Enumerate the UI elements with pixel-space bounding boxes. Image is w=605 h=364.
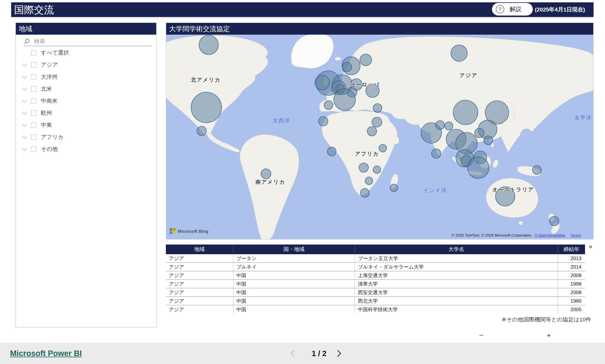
cell-region: アジア: [166, 263, 233, 271]
world-map[interactable]: 北アメリカ南アメリカヨーロッパアフリカアジアオーストラリア大西洋インド洋太平洋 …: [166, 35, 593, 239]
map-bubble[interactable]: [379, 144, 387, 152]
map-bubble[interactable]: [197, 126, 206, 136]
sidebar-item-北米[interactable]: 北米: [16, 83, 156, 95]
region-label: アフリカ: [41, 133, 64, 141]
continent-label-アジア: アジア: [459, 72, 477, 79]
column-header[interactable]: 国・地域: [233, 245, 355, 254]
ocean-label-インド洋: インド洋: [423, 187, 447, 194]
world-map-canvas: [166, 35, 593, 239]
map-bubble[interactable]: [365, 177, 373, 185]
table-row[interactable]: アジア中国中国科学技術大学2005: [166, 305, 585, 313]
map-bubble[interactable]: [453, 100, 478, 125]
chevron-down-icon[interactable]: [22, 98, 27, 102]
sidebar-item-欧州[interactable]: 欧州: [16, 107, 156, 119]
cell-university: ブータン王立大学: [355, 254, 558, 263]
sidebar-item-すべて選択[interactable]: すべて選択: [16, 47, 156, 59]
powerbi-brand-link[interactable]: Microsoft Power BI: [10, 343, 82, 364]
chevron-down-icon[interactable]: [22, 134, 27, 139]
map-bubble[interactable]: [532, 166, 541, 174]
continent-label-アフリカ: アフリカ: [355, 150, 379, 157]
help-button[interactable]: ? 解説: [492, 3, 533, 16]
search-box[interactable]: 検索: [23, 37, 153, 46]
region-label: 欧州: [41, 109, 52, 117]
embed-footer-content: Microsoft Power BI 1 / 2: [0, 343, 605, 364]
checkbox[interactable]: [31, 134, 36, 140]
map-bubble[interactable]: [367, 127, 377, 136]
checkbox[interactable]: [31, 62, 36, 68]
table-row[interactable]: アジアブルネイブルネイ・ダルサラーム大学2014: [166, 263, 585, 271]
checkbox[interactable]: [31, 146, 36, 152]
sidebar-item-大洋州[interactable]: 大洋州: [16, 71, 156, 83]
table-row[interactable]: アジア中国西北大学1980: [166, 297, 585, 305]
table-scrollbar-thumb[interactable]: [589, 245, 592, 248]
map-bubble[interactable]: [445, 122, 453, 130]
region-label: すべて選択: [41, 49, 69, 57]
cell-region: アジア: [166, 271, 233, 280]
map-bubble[interactable]: [372, 117, 382, 127]
map-bubble[interactable]: [327, 147, 336, 156]
chevron-down-icon[interactable]: [22, 110, 27, 114]
map-bubble[interactable]: [373, 166, 381, 173]
cell-region: アジア: [166, 297, 233, 305]
table-row[interactable]: アジア中国上海交通大学2008: [166, 271, 585, 280]
chevron-down-icon[interactable]: [22, 146, 27, 151]
zoom-out-button[interactable]: −: [479, 328, 483, 343]
table-row[interactable]: アジア中国清華大学1998: [166, 280, 585, 288]
checkbox[interactable]: [31, 86, 36, 92]
tasmania: [519, 221, 523, 225]
map-bubble[interactable]: [334, 89, 355, 110]
next-page-button[interactable]: [336, 349, 342, 358]
sidebar-item-アフリカ[interactable]: アフリカ: [16, 131, 156, 143]
map-bubble[interactable]: [324, 101, 333, 109]
sidebar-item-中南米[interactable]: 中南米: [16, 95, 156, 107]
map-bubble[interactable]: [315, 75, 330, 90]
map-bubble[interactable]: [475, 128, 484, 138]
cell-university: 西安交通大学: [355, 288, 558, 297]
map-bubble[interactable]: [191, 92, 222, 123]
map-bubble[interactable]: [432, 149, 441, 158]
column-header[interactable]: 地域: [166, 245, 233, 254]
chevron-down-icon[interactable]: [22, 86, 27, 90]
cell-year: 2014: [558, 263, 585, 271]
table-row[interactable]: アジアブータンブータン王立大学2013: [166, 254, 585, 263]
map-bubble[interactable]: [360, 54, 372, 66]
checkbox[interactable]: [31, 50, 36, 55]
map-bubble[interactable]: [261, 169, 271, 179]
map-bubble[interactable]: [484, 136, 493, 145]
checkbox[interactable]: [31, 98, 36, 104]
microsoft-logo-icon: [170, 228, 176, 234]
cell-university: 上海交通大学: [355, 271, 558, 280]
map-bubble[interactable]: [373, 104, 382, 112]
map-bubble[interactable]: [199, 35, 218, 55]
page-title: 国際交流: [14, 4, 54, 15]
region-label: 大洋州: [41, 73, 58, 81]
zoom-in-button[interactable]: +: [547, 328, 551, 343]
cell-country: 中国: [233, 280, 355, 288]
terms-link[interactable]: Terms: [571, 233, 581, 237]
table-row[interactable]: アジア中国西安交通大学2008: [166, 288, 585, 297]
filter-panel-title: 地域: [16, 23, 156, 35]
map-bubble[interactable]: [550, 216, 559, 226]
map-bubble[interactable]: [342, 62, 352, 72]
column-header[interactable]: 締結年: [558, 245, 585, 254]
column-header[interactable]: 大学名: [355, 245, 558, 254]
checkbox[interactable]: [31, 74, 36, 80]
chevron-down-icon[interactable]: [22, 122, 27, 127]
openstreetmap-link[interactable]: © OpenStreetMap: [535, 233, 565, 237]
map-bubble[interactable]: [390, 184, 398, 192]
checkbox[interactable]: [31, 122, 36, 128]
map-bubble[interactable]: [359, 163, 368, 172]
map-bubble[interactable]: [318, 117, 328, 126]
sidebar-item-その他[interactable]: その他: [16, 143, 156, 155]
checkbox[interactable]: [31, 110, 36, 116]
cell-university: 清華大学: [355, 280, 558, 288]
sidebar-item-アジア[interactable]: アジア: [16, 59, 156, 71]
chevron-down-icon[interactable]: [22, 62, 27, 66]
chevron-down-icon[interactable]: [22, 74, 27, 78]
prev-page-button[interactable]: [290, 349, 295, 358]
map-bubble[interactable]: [467, 157, 489, 178]
map-bubble[interactable]: [436, 121, 444, 129]
map-bubble[interactable]: [451, 45, 467, 61]
sidebar-item-中東[interactable]: 中東: [16, 119, 156, 131]
map-bubble[interactable]: [360, 188, 369, 197]
